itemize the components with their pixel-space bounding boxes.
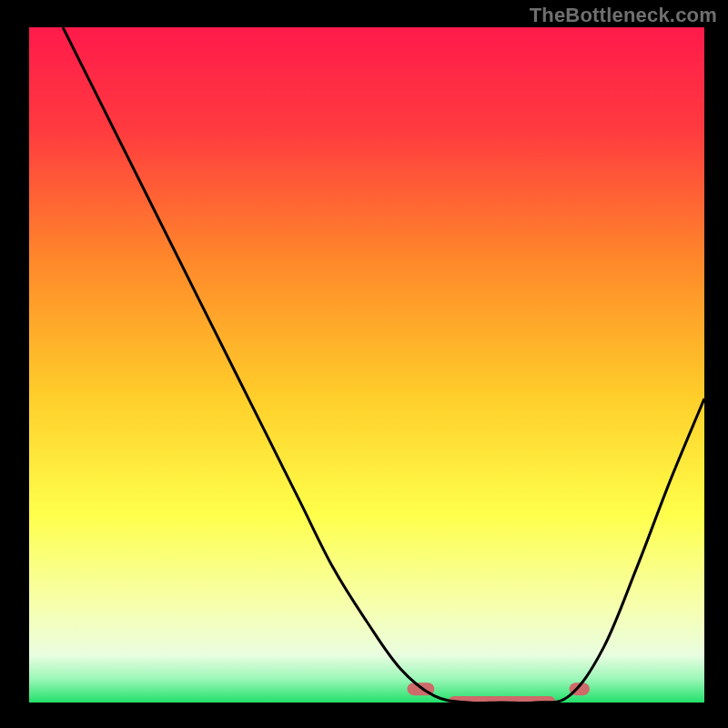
gradient-background [29, 27, 704, 703]
attribution-text: TheBottleneck.com [530, 4, 717, 27]
bottleneck-chart [0, 0, 728, 728]
chart-frame: TheBottleneck.com [0, 0, 728, 728]
